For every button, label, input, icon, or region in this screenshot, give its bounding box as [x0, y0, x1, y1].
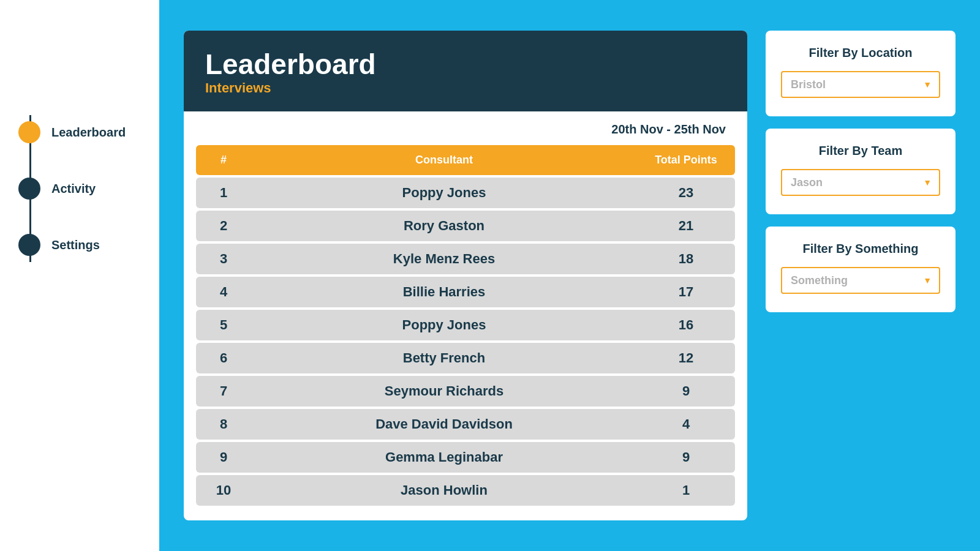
cell-consultant: Kyle Menz Rees: [251, 244, 637, 274]
table-row: 5 Poppy Jones 16: [196, 310, 735, 340]
sidebar: $ Leaderboard Activity Settings: [0, 0, 159, 551]
filter-team-title: Filter By Team: [819, 144, 902, 158]
filter-something-wrapper: SomethingOther: [781, 267, 940, 294]
cell-consultant: Betty French: [251, 343, 637, 373]
cell-consultant: Jason Howlin: [251, 475, 637, 506]
filter-location-wrapper: BristolLondonManchester: [781, 71, 940, 98]
right-panel: Filter By Location BristolLondonManchest…: [766, 31, 956, 312]
cell-consultant: Poppy Jones: [251, 178, 637, 208]
cell-points: 16: [637, 310, 735, 340]
cell-points: 21: [637, 211, 735, 241]
leaderboard-table: # Consultant Total Points 1 Poppy Jones …: [196, 143, 735, 508]
table-row: 2 Rory Gaston 21: [196, 211, 735, 241]
sidebar-label-leaderboard: Leaderboard: [51, 126, 126, 140]
leaderboard-subtitle: Interviews: [205, 80, 726, 96]
sidebar-label-activity: Activity: [51, 182, 96, 196]
filter-location-title: Filter By Location: [809, 46, 913, 60]
sidebar-item-activity[interactable]: Activity: [18, 160, 159, 217]
cell-rank: 2: [196, 211, 251, 241]
table-row: 4 Billie Harries 17: [196, 277, 735, 307]
filter-location-card: Filter By Location BristolLondonManchest…: [766, 31, 956, 116]
leaderboard-table-container: # Consultant Total Points 1 Poppy Jones …: [184, 143, 747, 508]
cell-consultant: Billie Harries: [251, 277, 637, 307]
nav-dot-settings: [18, 234, 40, 256]
cell-rank: 3: [196, 244, 251, 274]
nav-dot-activity: [18, 178, 40, 200]
filter-something-select[interactable]: SomethingOther: [781, 267, 940, 294]
table-row: 9 Gemma Leginabar 9: [196, 442, 735, 473]
app-logo: $: [24, 31, 74, 80]
cell-consultant: Seymour Richards: [251, 376, 637, 407]
sidebar-label-settings: Settings: [51, 238, 100, 252]
table-row: 8 Dave David Davidson 4: [196, 409, 735, 440]
filter-location-select[interactable]: BristolLondonManchester: [781, 71, 940, 98]
cell-rank: 9: [196, 442, 251, 473]
table-row: 3 Kyle Menz Rees 18: [196, 244, 735, 274]
table-row: 10 Jason Howlin 1: [196, 475, 735, 506]
filter-something-title: Filter By Something: [803, 242, 919, 256]
table-row: 1 Poppy Jones 23: [196, 178, 735, 208]
cell-rank: 4: [196, 277, 251, 307]
cell-points: 18: [637, 244, 735, 274]
col-points: Total Points: [637, 145, 735, 175]
cell-rank: 10: [196, 475, 251, 506]
table-row: 7 Seymour Richards 9: [196, 376, 735, 407]
sidebar-item-settings[interactable]: Settings: [18, 217, 159, 273]
main-content: Leaderboard Interviews 20th Nov - 25th N…: [159, 0, 980, 551]
cell-points: 23: [637, 178, 735, 208]
cell-consultant: Dave David Davidson: [251, 409, 637, 440]
leaderboard-title: Leaderboard: [205, 49, 726, 80]
cell-rank: 5: [196, 310, 251, 340]
cell-points: 9: [637, 376, 735, 407]
sidebar-item-leaderboard[interactable]: Leaderboard: [18, 104, 159, 160]
date-range: 20th Nov - 25th Nov: [184, 111, 747, 143]
cell-points: 9: [637, 442, 735, 473]
table-header-row: # Consultant Total Points: [196, 145, 735, 175]
cell-rank: 8: [196, 409, 251, 440]
filter-team-card: Filter By Team JasonOther: [766, 129, 956, 214]
cell-points: 17: [637, 277, 735, 307]
cell-points: 12: [637, 343, 735, 373]
col-rank: #: [196, 145, 251, 175]
leaderboard-header: Leaderboard Interviews: [184, 31, 747, 111]
nav-dot-leaderboard: [18, 121, 40, 143]
filter-team-select[interactable]: JasonOther: [781, 169, 940, 196]
cell-rank: 6: [196, 343, 251, 373]
cell-consultant: Poppy Jones: [251, 310, 637, 340]
cell-consultant: Rory Gaston: [251, 211, 637, 241]
table-row: 6 Betty French 12: [196, 343, 735, 373]
sidebar-nav: Leaderboard Activity Settings: [18, 104, 159, 273]
cell-consultant: Gemma Leginabar: [251, 442, 637, 473]
leaderboard-panel: Leaderboard Interviews 20th Nov - 25th N…: [184, 31, 747, 520]
col-consultant: Consultant: [251, 145, 637, 175]
filter-team-wrapper: JasonOther: [781, 169, 940, 196]
cell-rank: 1: [196, 178, 251, 208]
cell-points: 4: [637, 409, 735, 440]
cell-rank: 7: [196, 376, 251, 407]
filter-something-card: Filter By Something SomethingOther: [766, 227, 956, 312]
cell-points: 1: [637, 475, 735, 506]
